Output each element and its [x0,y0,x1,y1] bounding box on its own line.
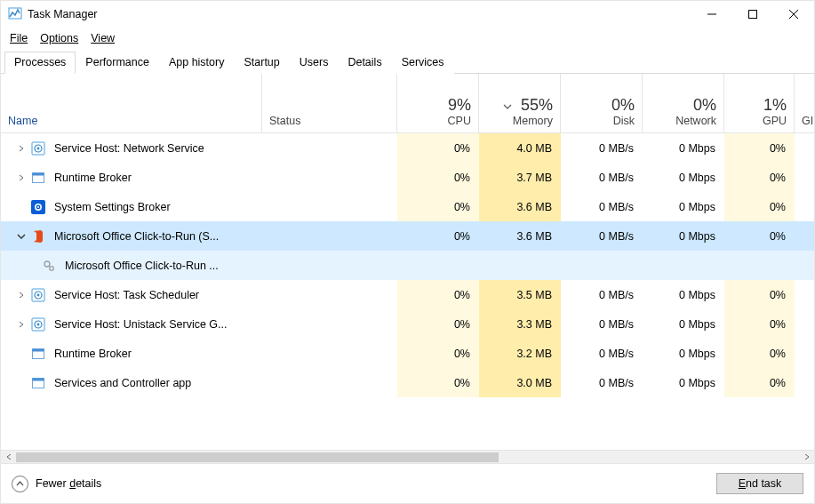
gpu-cell: 0% [724,280,795,309]
col-status[interactable]: Status [262,74,397,132]
process-row[interactable]: Service Host: Network Service0%4.0 MB0 M… [1,133,814,163]
name-cell[interactable]: Services and Controller app [1,368,262,397]
tab-details[interactable]: Details [338,52,391,74]
sort-desc-icon [503,100,512,112]
process-row[interactable]: Service Host: Unistack Service G...0%3.3… [1,309,814,339]
process-name: Service Host: Task Scheduler [54,289,199,301]
chevron-right-icon[interactable] [15,318,28,331]
gears-gray-icon [42,259,56,273]
h-scrollbar[interactable] [1,450,814,463]
end-task-button[interactable]: End task [716,473,803,494]
process-row[interactable]: Microsoft Office Click-to-Run (S...0%3.6… [1,221,814,251]
mem-cell: 3.5 MB [479,280,561,309]
name-cell[interactable]: Service Host: Task Scheduler [1,280,262,309]
gear-solid-icon [31,200,45,214]
fewer-details-button[interactable]: Fewer details [12,476,101,492]
status-cell [262,339,397,368]
close-button[interactable] [773,1,814,28]
process-name: Services and Controller app [54,377,191,389]
disk-cell: 0 MB/s [561,368,643,397]
mem-cell: 3.3 MB [479,309,561,339]
cpu-cell: 0% [397,309,479,339]
window-controls [691,1,814,28]
disk-cell: 0 MB/s [561,309,643,339]
col-gpu-engine-partial[interactable]: GI [795,74,814,132]
process-row[interactable]: Runtime Broker0%3.2 MB0 MB/s0 Mbps0% [1,339,814,368]
process-name: Service Host: Unistack Service G... [54,318,228,331]
tab-performance[interactable]: Performance [76,52,159,74]
gear-blue-icon [31,288,45,302]
status-cell [262,251,397,280]
window-title: Task Manager [28,8,98,20]
name-cell[interactable]: Runtime Broker [1,339,262,368]
name-cell[interactable]: Service Host: Network Service [1,133,262,163]
col-name[interactable]: Name [1,74,262,132]
titlebar: Task Manager [1,1,814,28]
maximize-button[interactable] [732,1,773,28]
svg-point-13 [44,261,50,267]
process-child-row[interactable]: Microsoft Office Click-to-Run ... [1,251,814,280]
process-row[interactable]: Runtime Broker0%3.7 MB0 MB/s0 Mbps0% [1,163,814,192]
tab-app-history[interactable]: App history [159,52,235,74]
gpu-engine-cell-partial [795,133,814,163]
h-scroll-thumb[interactable] [16,452,499,462]
process-row[interactable]: System Settings Broker0%3.6 MB0 MB/s0 Mb… [1,192,814,221]
col-network[interactable]: 0% Network [643,74,724,132]
status-cell [262,280,397,309]
svg-point-20 [37,323,40,325]
status-cell [262,368,397,397]
status-cell [262,133,397,163]
gpu-engine-cell-partial [795,368,814,397]
svg-rect-22 [33,348,44,351]
col-memory[interactable]: 55% Memory [479,74,561,132]
process-name: Service Host: Network Service [54,142,204,155]
app-window-icon [31,376,45,390]
net-cell: 0 Mbps [643,133,724,163]
chevron-right-icon[interactable] [15,142,28,155]
col-gpu[interactable]: 1% GPU [724,74,795,132]
tab-startup[interactable]: Startup [234,52,289,74]
mem-cell: 3.6 MB [479,221,561,251]
name-cell[interactable]: System Settings Broker [1,192,262,221]
tab-services[interactable]: Services [392,52,454,74]
scroll-right-icon[interactable] [799,451,814,464]
tab-strip: Processes Performance App history Startu… [1,49,814,74]
chevron-right-icon[interactable] [15,289,28,301]
gpu-cell: 0% [724,133,795,163]
mem-cell: 3.2 MB [479,339,561,368]
gpu-engine-cell-partial [795,221,814,251]
process-row[interactable]: Services and Controller app0%3.0 MB0 MB/… [1,368,814,397]
rows-viewport[interactable]: Service Host: Network Service0%4.0 MB0 M… [1,133,814,450]
menu-view[interactable]: View [91,32,115,44]
chevron-down-icon[interactable] [15,230,28,243]
scroll-left-icon[interactable] [1,451,16,464]
menu-file[interactable]: File [10,32,28,44]
name-cell[interactable]: Microsoft Office Click-to-Run ... [1,251,262,280]
name-cell[interactable]: Microsoft Office Click-to-Run (S... [1,221,262,251]
cpu-cell: 0% [397,280,479,309]
name-cell[interactable]: Runtime Broker [1,163,262,192]
end-task-text: End task [739,477,782,490]
col-cpu[interactable]: 9% CPU [397,74,479,132]
process-name: Microsoft Office Click-to-Run ... [65,260,219,272]
tab-users[interactable]: Users [290,52,339,74]
cpu-cell [397,251,479,280]
process-name: Microsoft Office Click-to-Run (S... [54,230,219,243]
gpu-cell: 0% [724,309,795,339]
minimize-button[interactable] [691,1,732,28]
disk-cell: 0 MB/s [561,339,643,368]
name-cell[interactable]: Service Host: Unistack Service G... [1,309,262,339]
chevron-right-icon[interactable] [15,172,28,184]
menu-options[interactable]: Options [40,32,78,44]
gpu-engine-cell-partial [795,309,814,339]
net-cell: 0 Mbps [643,280,724,309]
process-row[interactable]: Service Host: Task Scheduler0%3.5 MB0 MB… [1,280,814,309]
tab-processes[interactable]: Processes [4,52,76,74]
cpu-cell: 0% [397,339,479,368]
mem-cell: 3.6 MB [479,192,561,221]
col-disk[interactable]: 0% Disk [561,74,643,132]
app-window-icon [31,347,45,361]
gpu-cell: 0% [724,192,795,221]
status-cell [262,221,397,251]
svg-rect-2 [749,11,757,19]
